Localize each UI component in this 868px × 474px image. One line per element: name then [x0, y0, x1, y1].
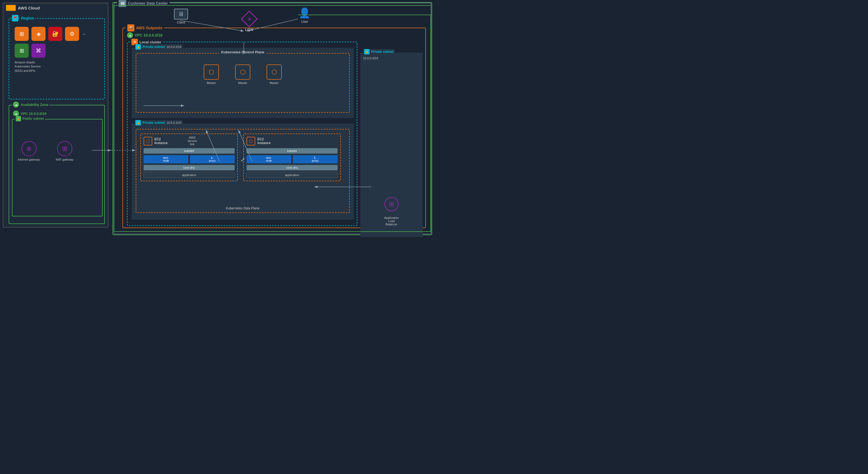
aws-node-1: aws- node	[144, 155, 188, 163]
alb-box: ⊞ Application Load Balancer	[384, 197, 399, 226]
service-icons: ⊞ ◈ 🔐 ⚙ ←	[9, 19, 104, 43]
vpc-main-text: VPC 10.0.0.0/16	[135, 33, 162, 37]
private-subnet-right-icon: 🔒	[364, 49, 370, 55]
region-icon: 🚩	[12, 15, 19, 22]
resize-icon: ⤢	[241, 156, 245, 163]
kproxy-2: k- proxy	[293, 155, 338, 163]
private-subnet-bot-label: Private subnet	[143, 121, 165, 125]
aws-cloud-box: AWS Cloud 🚩 Region ⊞ ◈ 🔐 ⚙ ← ⊞ ⌘ Amazon …	[3, 3, 108, 227]
private-subnet-top-addr: 10.0.0.2/24	[166, 45, 182, 49]
nat-icon: ⊞	[57, 141, 72, 156]
aws-service-link-label: AWS service link	[187, 136, 197, 146]
k8s-icon: ⚙	[65, 27, 79, 41]
node-row-1: aws- node k- proxy	[144, 155, 235, 163]
cdc-label: Customer Data Center	[128, 1, 168, 5]
igw-label: Internet gateway	[18, 158, 40, 161]
k8s-data-plane: Kubernetes Data Plane ⤢ ⬡ EC2 Instance	[136, 129, 350, 213]
az-label: Availability Zone	[21, 103, 49, 107]
master-chip-2: ⬡	[235, 64, 250, 80]
private-subnet-top-icon: 🔒	[135, 44, 141, 50]
private-subnet-bottom: 🔒 Private subnet 10.0.0.3/24 Kubernetes …	[132, 124, 354, 220]
app-2: application	[247, 172, 338, 178]
kubelet-bar-1: kubelet	[144, 148, 235, 154]
kubelet-bar-2: kubelet	[247, 148, 338, 154]
private-subnet-right-cidr: 10.0.0.4/24	[363, 57, 378, 60]
ec2-chip-icon-1: ⬡	[144, 137, 152, 146]
kproxy-1: k- proxy	[190, 155, 235, 163]
node-row-2: aws- node k- proxy	[247, 155, 338, 163]
internet-gateway: ⊕ Internet gateway	[18, 141, 40, 161]
local-cluster-label: Local cluster	[140, 40, 161, 44]
k8s-cp-label: Kubernetes Control Plane	[219, 50, 267, 54]
public-subnet-label: Public subnet	[23, 117, 44, 121]
local-cluster: ⚙ Local cluster 🔒 Private subnet 10.0.0.…	[127, 42, 357, 226]
customer-dc: 🏢 Customer Data Center 🖥 Client 👤 User ⊕…	[114, 3, 431, 234]
igw-icon: ⊕	[22, 141, 37, 156]
private-subnet-right-label: Private subnet	[371, 50, 394, 54]
app-1: application	[144, 172, 235, 178]
private-subnet-top-label: Private subnet	[143, 45, 165, 49]
private-subnet-bot-icon: 🔒	[135, 120, 141, 125]
network-icon: ⌘	[31, 43, 45, 58]
alb-icon: ⊞	[384, 197, 399, 211]
region-box: 🚩 Region ⊞ ◈ 🔐 ⚙ ← ⊞ ⌘ Amazon Elastic Ku…	[9, 18, 105, 99]
public-subnet-icon: 🔒	[16, 116, 21, 121]
ecs-icon: ⊞	[14, 27, 29, 41]
master-label-1: Master	[207, 81, 216, 85]
client-box: 🖥 Client	[174, 9, 188, 24]
public-subnet: 🔒 Public subnet ⊕ Internet gateway ⊞ NAT…	[12, 119, 103, 216]
vpc-az-icon: ☁	[13, 110, 19, 117]
arrow-left: ←	[82, 27, 87, 41]
outposts-box: 📦 AWS Outposts ☁ VPC 10.0.0.0/16 ⚙ Local…	[122, 28, 426, 228]
cdc-icon: 🏢	[119, 0, 126, 7]
vpc-az-text: VPC 10.0.0.0/16	[21, 112, 46, 116]
coredns-1: core-dns	[144, 165, 235, 170]
lgw-inner-icon: ⊕	[248, 17, 251, 22]
aws-cloud-title: AWS Cloud	[18, 6, 40, 10]
master-label-3: Master	[270, 81, 279, 85]
client-icon: 🖥	[174, 9, 188, 20]
user-label: User	[301, 20, 308, 24]
ec2-container: ⤢ ⬡ EC2 Instance kubelet	[136, 129, 349, 189]
master-3: ⬡ Master	[267, 64, 282, 85]
k8s-control-plane: Kubernetes Control Plane ⬡ Master ⬡ Mast…	[136, 53, 350, 113]
client-label: Client	[177, 21, 185, 24]
outposts-label: AWS Outposts	[136, 26, 162, 30]
vpc-main: ☁ VPC 10.0.0.0/16	[127, 32, 162, 38]
az-box: ☁ Availability Zone ☁ VPC 10.0.0.0/16 🔒 …	[9, 105, 105, 224]
region-label: Region	[20, 16, 35, 20]
eks-label: Amazon Elastic Kubernetes Service (EKS) …	[9, 60, 104, 73]
nat-label: NAT gateway	[56, 158, 73, 161]
iam-icon: 🔐	[48, 27, 62, 41]
db-icon: ⊞	[14, 43, 29, 58]
ec2-chip-icon-2: ⬡	[247, 137, 255, 146]
diagram: AWS Cloud 🚩 Region ⊞ ◈ 🔐 ⚙ ← ⊞ ⌘ Amazon …	[0, 0, 434, 237]
private-subnet-top: 🔒 Private subnet 10.0.0.2/24 Kubernetes …	[132, 48, 354, 118]
private-subnet-right: 🔒 Private subnet 10.0.0.4/24 ⊞ Applicati…	[360, 53, 423, 237]
aws-logo	[6, 5, 16, 11]
master-icons: ⬡ Master ⬡ Master ⬡ Master	[136, 54, 349, 85]
alb-label: Application Load Balancer	[384, 213, 399, 226]
master-label-2: Master	[238, 81, 247, 85]
master-1: ⬡ Master	[204, 64, 219, 85]
k8s-dp-label: Kubernetes Data Plane	[226, 207, 259, 210]
master-2: ⬡ Master	[235, 64, 250, 85]
az-icon: ☁	[13, 102, 19, 107]
master-chip-3: ⬡	[267, 64, 282, 80]
service-icons-row2: ⊞ ⌘	[9, 43, 104, 60]
private-subnet-bot-addr: 10.0.0.3/24	[166, 121, 182, 124]
user-icon: 👤	[299, 7, 311, 19]
master-chip-1: ⬡	[204, 64, 219, 80]
vpc-main-icon: ☁	[127, 32, 133, 38]
ec2-instance-2: ⬡ EC2 instance kubelet aws- node	[243, 133, 341, 181]
user-box: 👤 User	[299, 7, 311, 24]
ec2-title-2: EC2 instance	[257, 137, 271, 145]
ec2-title-1: EC2 Instance	[154, 137, 168, 145]
outposts-icon: 📦	[127, 24, 134, 31]
s3-icon: ◈	[31, 27, 45, 41]
aws-node-2: aws- node	[247, 155, 291, 163]
nat-gateway: ⊞ NAT gateway	[56, 141, 73, 161]
coredns-2: core-dns	[247, 165, 338, 170]
